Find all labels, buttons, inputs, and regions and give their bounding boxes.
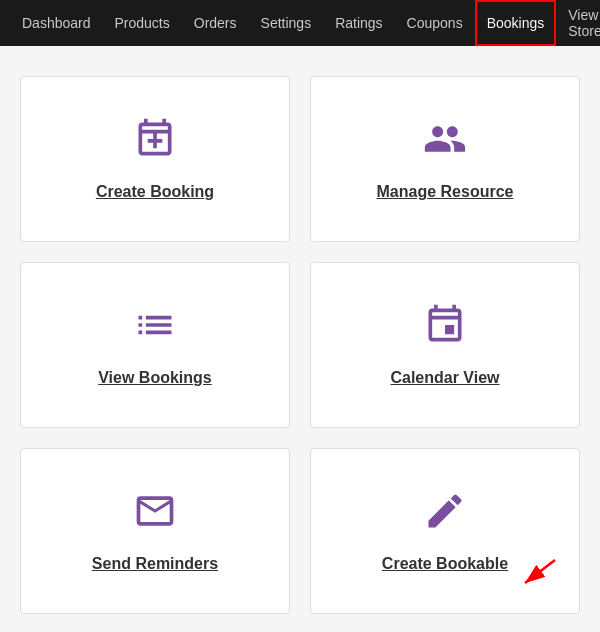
nav-bookings[interactable]: Bookings [475,0,557,46]
svg-line-1 [525,560,555,583]
card-create-bookable-label: Create Bookable [382,555,508,573]
main-content: Create Booking Manage Resource View Book… [0,46,600,632]
card-calendar-view[interactable]: Calendar View [310,262,580,428]
card-create-booking[interactable]: Create Booking [20,76,290,242]
arrow-annotation [515,555,565,599]
users-icon [423,117,467,167]
envelope-icon [133,489,177,539]
nav-orders[interactable]: Orders [182,0,249,46]
card-calendar-view-label: Calendar View [390,369,499,387]
list-icon [133,303,177,353]
calendar-icon [423,303,467,353]
navbar: Dashboard Products Orders Settings Ratin… [0,0,600,46]
edit-icon [423,489,467,539]
nav-dashboard[interactable]: Dashboard [10,0,103,46]
cards-grid: Create Booking Manage Resource View Book… [20,76,580,614]
calendar-plus-icon [133,117,177,167]
card-manage-resource-label: Manage Resource [377,183,514,201]
card-manage-resource[interactable]: Manage Resource [310,76,580,242]
nav-products[interactable]: Products [103,0,182,46]
nav-settings[interactable]: Settings [249,0,324,46]
nav-coupons[interactable]: Coupons [395,0,475,46]
nav-view-store[interactable]: View Store [556,0,600,46]
card-send-reminders-label: Send Reminders [92,555,218,573]
card-create-bookable[interactable]: Create Bookable [310,448,580,614]
card-create-booking-label: Create Booking [96,183,214,201]
card-view-bookings-label: View Bookings [98,369,212,387]
nav-ratings[interactable]: Ratings [323,0,394,46]
card-view-bookings[interactable]: View Bookings [20,262,290,428]
card-send-reminders[interactable]: Send Reminders [20,448,290,614]
